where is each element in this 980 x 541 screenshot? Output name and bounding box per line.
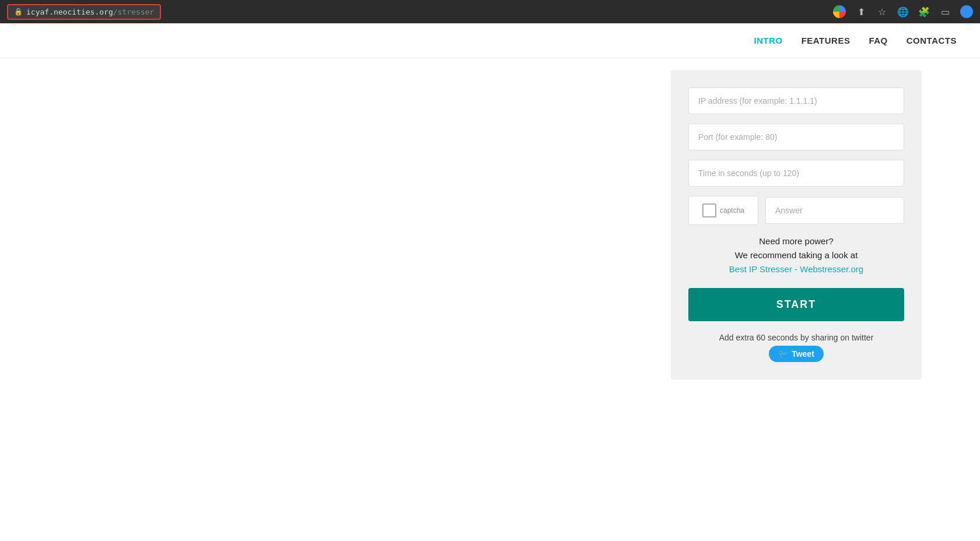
form-panel: captcha Need more power? We recommend ta… [671, 70, 922, 380]
nav-faq[interactable]: FAQ [869, 36, 887, 45]
twitter-row: Add extra 60 seconds by sharing on twitt… [688, 333, 904, 362]
browser-icons: ⬆ ☆ 🌐 🧩 ▭ [833, 5, 973, 18]
site-nav: INTRO FEATURES FAQ CONTACTS [0, 23, 980, 58]
captcha-image: captcha [688, 196, 758, 225]
promo-text: Need more power? We recommend taking a l… [688, 234, 904, 276]
start-button[interactable]: START [688, 288, 904, 321]
extensions-icon[interactable]: 🧩 [918, 6, 930, 17]
lock-icon: 🔒 [14, 8, 23, 16]
captcha-answer-input[interactable] [765, 197, 904, 224]
ip-address-input[interactable] [688, 87, 904, 114]
share-icon[interactable]: ⬆ [855, 6, 867, 17]
nav-intro[interactable]: INTRO [754, 36, 783, 45]
tweet-label: Tweet [792, 349, 814, 359]
promo-link[interactable]: Best IP Stresser - Webstresser.org [729, 264, 863, 274]
sidebar-icon[interactable]: ▭ [939, 6, 951, 17]
promo-line1: Need more power? [688, 234, 904, 248]
nav-links: INTRO FEATURES FAQ CONTACTS [754, 36, 957, 45]
star-icon[interactable]: ☆ [876, 6, 888, 17]
profile-icon[interactable] [960, 5, 973, 18]
nav-contacts[interactable]: CONTACTS [907, 36, 957, 45]
url-bar[interactable]: 🔒 icyaf.neocities.org/stresser [7, 4, 161, 20]
time-input[interactable] [688, 160, 904, 187]
main-content: captcha Need more power? We recommend ta… [0, 58, 980, 403]
promo-line2: We recommend taking a look at [688, 248, 904, 262]
twitter-text: Add extra 60 seconds by sharing on twitt… [688, 333, 904, 342]
google-icon[interactable] [833, 5, 846, 18]
captcha-row: captcha [688, 196, 904, 225]
nav-features[interactable]: FEATURES [802, 36, 850, 45]
url-text: icyaf.neocities.org/stresser [26, 8, 154, 16]
browser-chrome: 🔒 icyaf.neocities.org/stresser ⬆ ☆ 🌐 🧩 ▭ [0, 0, 980, 23]
port-input[interactable] [688, 124, 904, 150]
globe-icon[interactable]: 🌐 [897, 6, 909, 17]
captcha-label: captcha [720, 206, 744, 215]
twitter-bird-icon: 🐦 [778, 349, 788, 359]
tweet-button[interactable]: 🐦 Tweet [769, 346, 824, 362]
